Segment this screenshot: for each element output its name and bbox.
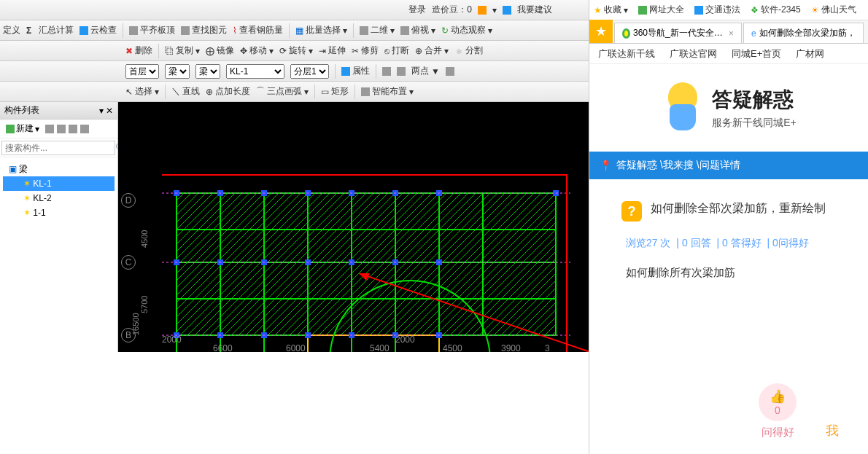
dim-h2000a: 2000: [162, 334, 182, 345]
question-meta: 浏览27 次 | 0 回答 | 0 答得好 | 0问得好: [626, 237, 858, 250]
pointlen-label: 点加长度: [215, 85, 250, 98]
2d-btn[interactable]: 二维▾: [360, 24, 395, 36]
fav-soft[interactable]: ❖软件-2345: [751, 4, 801, 16]
suggest-link[interactable]: 我要建议: [517, 4, 552, 16]
fav-traffic[interactable]: 交通违法: [694, 4, 740, 16]
rect-btn[interactable]: ▭矩形: [321, 85, 349, 98]
fav-weather[interactable]: ☀佛山天气: [811, 4, 856, 16]
dropdown-icon[interactable]: ▾: [492, 5, 497, 15]
dyn-btn[interactable]: ↻动态观察▾: [441, 24, 492, 36]
twopoint-btn[interactable]: 两点▼: [411, 65, 440, 77]
link-gw[interactable]: 广联达官网: [670, 47, 717, 60]
split-btn[interactable]: ⨳分割: [454, 44, 483, 57]
delete-label: 删除: [135, 44, 152, 57]
tool-b-icon[interactable]: [397, 67, 406, 76]
price-beans: 造价豆：0: [432, 4, 472, 16]
floor-select[interactable]: 首层: [125, 64, 159, 79]
smart-btn[interactable]: 智能布置▾: [361, 85, 414, 98]
link-gc[interactable]: 广材网: [796, 47, 824, 60]
member-select[interactable]: KL-1: [226, 64, 284, 79]
cat1-select[interactable]: 梁: [165, 64, 190, 79]
copy-label: 复制: [176, 44, 193, 57]
question-body: 如何删除所有次梁加筋: [626, 266, 858, 280]
extend-btn[interactable]: ⇥延伸: [319, 44, 346, 57]
tool-a-icon[interactable]: [382, 67, 391, 76]
pointlen-btn[interactable]: ⊕点加长度: [206, 85, 250, 98]
dim-h4500: 4500: [443, 343, 462, 352]
tool-c-icon[interactable]: [446, 67, 454, 76]
move-btn[interactable]: ✥移动▾: [240, 44, 274, 57]
cloud-label: 云检查: [90, 24, 117, 36]
threearc-btn[interactable]: ⌒三点画弧▾: [256, 85, 309, 98]
dim-h3900: 3900: [501, 343, 521, 352]
annotation-arrow: [118, 102, 589, 352]
find-btn[interactable]: 查找图元: [181, 24, 227, 36]
layer-select[interactable]: 分层1: [290, 64, 329, 79]
delete-btn[interactable]: ✖删除: [125, 44, 152, 57]
2d-label: 二维: [371, 24, 388, 36]
tab-360nav[interactable]: 360导航_新一代安全上网导航×: [614, 23, 742, 43]
rect-label: 矩形: [331, 85, 349, 98]
tree-root[interactable]: ▣ 梁: [3, 162, 115, 176]
batch-btn[interactable]: ▦批量选择▾: [295, 24, 347, 36]
dim-h2000b: 2000: [395, 334, 415, 345]
dyn-label: 动态观察: [451, 24, 486, 36]
sum-btn[interactable]: Σ 汇总计算: [26, 24, 74, 36]
question-mark-icon: ?: [621, 201, 642, 222]
tree-item-kl1[interactable]: ✶ KL-1: [3, 176, 115, 191]
rebar-btn[interactable]: ⌇查看钢筋量: [233, 24, 283, 36]
breadcrumb: 📍 答疑解惑 \我来搜 \问题详情: [589, 152, 868, 179]
panel-ic4[interactable]: [80, 125, 89, 133]
fav-button[interactable]: ★收藏▾: [594, 4, 628, 16]
cat2-select[interactable]: 梁: [195, 64, 220, 79]
find-label: 查找图元: [192, 24, 227, 36]
tree-item-11[interactable]: ✶ 1-1: [3, 206, 115, 220]
close-icon[interactable]: ×: [729, 28, 734, 39]
dim-h6000: 6000: [286, 343, 306, 352]
panel-ic2[interactable]: [57, 125, 66, 133]
fav-label: 收藏: [604, 4, 621, 16]
panel-title: 构件列表▾ ✕: [0, 102, 117, 120]
vote-other[interactable]: 我: [826, 422, 839, 439]
sum-label: 汇总计算: [39, 24, 74, 36]
login-link[interactable]: 登录: [408, 4, 426, 16]
new-label: 新建: [16, 122, 34, 135]
move-label: 移动: [249, 44, 267, 57]
select-btn[interactable]: ↖选择▾: [125, 85, 159, 98]
twopoint-label: 两点: [411, 65, 429, 77]
rotate-btn[interactable]: ⟳旋转▾: [279, 44, 313, 57]
batch-label: 批量选择: [306, 24, 341, 36]
drawing-canvas[interactable]: D C B A 4500 5700 6300 2000 16500: [118, 102, 589, 352]
new-button[interactable]: 新建▾: [3, 121, 42, 136]
vote-good-button[interactable]: 👍 0: [759, 383, 797, 421]
mirror-label: 镜像: [217, 44, 234, 57]
mascot-icon: [661, 82, 705, 133]
copy-btn[interactable]: ⿻复制▾: [165, 44, 200, 57]
mirror-btn[interactable]: ⨁镜像: [206, 44, 234, 57]
extend-label: 延伸: [328, 44, 346, 57]
trim-btn[interactable]: ✂修剪: [352, 44, 379, 57]
tree-root-label: 梁: [19, 163, 28, 176]
tab-question[interactable]: e如何删除全部次梁加筋，: [743, 23, 864, 43]
panel-ic3[interactable]: [69, 125, 77, 133]
split-label: 分割: [465, 44, 483, 57]
merge-label: 合并: [425, 44, 442, 57]
panel-ic1[interactable]: [45, 125, 54, 133]
pin-icon: 📍: [600, 160, 612, 171]
merge-btn[interactable]: ⊕合并▾: [415, 44, 449, 57]
tree-item-kl2[interactable]: ✶ KL-2: [3, 191, 115, 206]
bean-icon: [478, 6, 487, 15]
topview-btn[interactable]: 俯视▾: [400, 24, 435, 36]
threearc-label: 三点画弧: [267, 85, 302, 98]
link-xgx[interactable]: 广联达新干线: [598, 47, 655, 60]
cloud-check-btn[interactable]: 云检查: [80, 24, 117, 36]
link-tc[interactable]: 同城E+首页: [732, 47, 781, 60]
prop-btn[interactable]: 属性: [341, 65, 370, 77]
search-input[interactable]: [1, 141, 115, 155]
break-btn[interactable]: ⎋打断: [384, 44, 409, 57]
fav-net[interactable]: 网址大全: [638, 4, 684, 16]
flat-btn[interactable]: 平齐板顶: [129, 24, 175, 36]
line-btn[interactable]: ＼直线: [171, 85, 200, 98]
def-btn[interactable]: 定义: [3, 24, 20, 36]
bookmark-star[interactable]: ★: [589, 20, 613, 43]
